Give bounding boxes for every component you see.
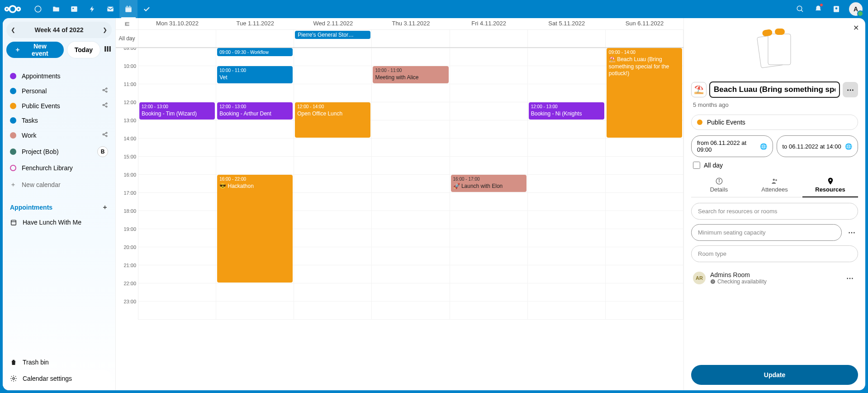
event-title: Booking - Tim (Wizard) xyxy=(142,110,213,118)
event-from-input[interactable]: from 06.11.2022 at 09:00 🌐 xyxy=(691,135,773,157)
time-label: 11:00 xyxy=(116,81,138,100)
calendar-event[interactable]: 12:00 - 13:00Booking - Arthur Dent xyxy=(217,102,293,120)
tab-details[interactable]: Details xyxy=(691,173,747,197)
trash-bin-button[interactable]: Trash bin xyxy=(6,354,112,370)
search-icon[interactable] xyxy=(791,0,809,18)
notifications-icon[interactable] xyxy=(809,0,827,18)
day-column[interactable]: 09:00 - 09:30 - Workflow10:00 - 11:00Vet… xyxy=(216,48,294,320)
time-label: 13:00 xyxy=(116,118,138,136)
svg-point-11 xyxy=(797,6,802,11)
calendar-event[interactable]: 16:00 - 22:00😎 Hackathon xyxy=(217,175,293,283)
allday-cell[interactable] xyxy=(528,30,606,47)
calendar-icon[interactable] xyxy=(119,0,138,18)
calendar-item[interactable]: Work xyxy=(6,128,112,143)
new-calendar-button[interactable]: ＋ New calendar xyxy=(6,177,112,192)
view-toggle-icon[interactable] xyxy=(104,45,112,55)
time-label: 12:00 xyxy=(116,100,138,118)
collapse-sidebar-icon[interactable] xyxy=(116,18,138,29)
calendar-color-dot xyxy=(10,103,16,109)
allday-cell[interactable] xyxy=(216,30,294,47)
shared-icon xyxy=(102,131,108,139)
calendar-item[interactable]: Public Events xyxy=(6,98,112,113)
timezone-icon[interactable]: 🌐 xyxy=(845,143,852,150)
capacity-more-button[interactable]: ⋯ xyxy=(845,228,858,237)
allday-checkbox[interactable] xyxy=(693,162,700,169)
svg-rect-16 xyxy=(107,46,109,52)
svg-rect-40 xyxy=(768,34,791,65)
day-column[interactable]: 12:00 - 14:00Open Office Lunch xyxy=(294,48,372,320)
dashboard-icon[interactable] xyxy=(29,0,47,18)
calendar-item[interactable]: Fenchurch Library xyxy=(6,161,112,175)
event-title: Booking - Arthur Dent xyxy=(219,110,290,118)
tasks-icon[interactable] xyxy=(138,0,156,18)
allday-cell[interactable] xyxy=(372,30,450,47)
event-title-input[interactable] xyxy=(709,81,840,98)
calendar-item[interactable]: Tasks xyxy=(6,113,112,128)
calendar-event[interactable]: 16:00 - 17:00🚀 Launch with Elon xyxy=(451,175,526,192)
calendar-item[interactable]: Appointments xyxy=(6,69,112,83)
day-column[interactable]: 10:00 - 11:00Meeting with Alice xyxy=(372,48,450,320)
calendar-event[interactable]: 12:00 - 13:00Booking - Tim (Wizard) xyxy=(139,102,215,120)
tab-attendees[interactable]: Attendees xyxy=(747,173,802,197)
activity-icon[interactable] xyxy=(83,0,101,18)
capacity-input[interactable]: Minimum seating capacity xyxy=(691,224,842,241)
day-column[interactable]: 09:00 - 14:00⛱️ Beach Luau (Bring someth… xyxy=(606,48,683,320)
event-emoji-picker[interactable]: ⛱️ xyxy=(691,82,707,97)
calendar-name: Public Events xyxy=(22,102,60,110)
mail-icon[interactable] xyxy=(101,0,119,18)
event-time: 10:00 - 11:00 xyxy=(219,67,290,73)
info-icon xyxy=(715,177,723,185)
settings-label: Calendar settings xyxy=(23,375,72,382)
calendar-event[interactable]: 09:00 - 14:00⛱️ Beach Luau (Bring someth… xyxy=(607,48,682,138)
add-appointment-button[interactable]: ＋ xyxy=(102,203,108,211)
allday-checkbox-row[interactable]: All day xyxy=(691,162,858,169)
event-calendar-picker[interactable]: Public Events xyxy=(691,115,858,130)
photos-icon[interactable] xyxy=(65,0,83,18)
contacts-icon[interactable] xyxy=(827,0,845,18)
files-icon[interactable] xyxy=(47,0,65,18)
allday-cell[interactable] xyxy=(450,30,528,47)
day-column[interactable]: 16:00 - 17:00🚀 Launch with Elon xyxy=(450,48,528,320)
event-time: 12:00 - 13:00 xyxy=(219,104,290,110)
today-button[interactable]: Today xyxy=(67,42,100,58)
day-column[interactable]: 12:00 - 13:00Booking - Tim (Wizard) xyxy=(138,48,216,320)
allday-cell[interactable]: Pierre's General Stor… xyxy=(294,30,372,47)
calendar-event[interactable]: 09:00 - 09:30 - Workflow xyxy=(217,48,293,56)
event-to-input[interactable]: to 06.11.2022 at 14:00 🌐 xyxy=(777,135,859,157)
svg-point-1 xyxy=(5,7,9,10)
tab-resources[interactable]: Resources xyxy=(802,173,858,197)
time-label: 17:00 xyxy=(116,190,138,208)
allday-cell[interactable] xyxy=(138,30,216,47)
prev-week-button[interactable]: ❮ xyxy=(11,27,15,33)
room-type-input[interactable]: Room type xyxy=(691,245,858,262)
calendar-event[interactable]: 10:00 - 11:00Meeting with Alice xyxy=(373,66,448,83)
calendar-item[interactable]: Personal xyxy=(6,83,112,98)
trash-icon xyxy=(10,359,17,366)
calendar-event[interactable]: 12:00 - 14:00Open Office Lunch xyxy=(295,102,370,138)
appointment-label: Have Lunch With Me xyxy=(23,219,81,226)
allday-event[interactable]: Pierre's General Stor… xyxy=(295,31,370,39)
calendar-settings-button[interactable]: Calendar settings xyxy=(6,370,112,387)
user-avatar[interactable]: A xyxy=(849,2,863,16)
resource-more-button[interactable]: ⋯ xyxy=(844,274,856,283)
timezone-icon[interactable]: 🌐 xyxy=(760,143,767,150)
allday-cell[interactable] xyxy=(606,30,683,47)
calendar-item[interactable]: Project (Bob)B xyxy=(6,143,112,161)
svg-point-3 xyxy=(35,6,41,12)
calendar-event[interactable]: 12:00 - 13:00Booking - Ni (Knights xyxy=(529,102,604,120)
new-event-button[interactable]: ＋ New event xyxy=(6,42,64,58)
appointment-item[interactable]: Have Lunch With Me xyxy=(6,215,112,230)
next-week-button[interactable]: ❯ xyxy=(103,27,107,33)
event-time: 10:00 - 11:00 xyxy=(375,67,446,73)
appointments-label: Appointments xyxy=(10,204,52,211)
tab-details-label: Details xyxy=(710,186,728,193)
time-gutter: 09:0010:0011:0012:0013:0014:0015:0016:00… xyxy=(116,48,138,320)
nextcloud-logo[interactable] xyxy=(4,0,22,18)
svg-rect-17 xyxy=(109,46,111,52)
event-more-button[interactable]: ⋯ xyxy=(843,82,858,97)
update-button[interactable]: Update xyxy=(691,365,858,385)
day-column[interactable]: 12:00 - 13:00Booking - Ni (Knights xyxy=(528,48,606,320)
resource-search-input[interactable]: Search for resources or rooms xyxy=(691,203,858,220)
calendar-body[interactable]: 09:0010:0011:0012:0013:0014:0015:0016:00… xyxy=(116,48,683,390)
calendar-event[interactable]: 10:00 - 11:00Vet xyxy=(217,66,293,83)
